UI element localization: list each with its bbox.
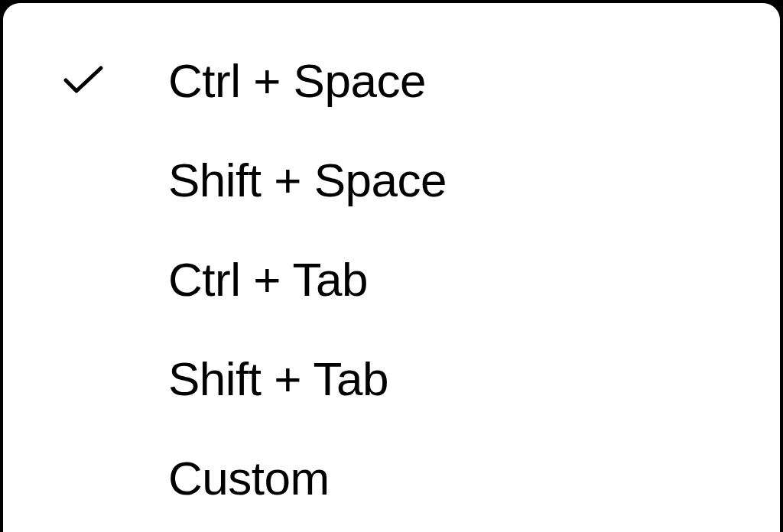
check-slot <box>63 229 168 329</box>
check-slot <box>63 31 168 130</box>
menu-item-custom[interactable]: Custom <box>3 428 780 527</box>
check-slot <box>63 130 168 229</box>
check-slot <box>63 428 168 527</box>
menu-item-label: Shift + Tab <box>168 352 388 406</box>
menu-item-shift-space[interactable]: Shift + Space <box>3 130 780 229</box>
menu-item-label: Shift + Space <box>168 153 447 207</box>
checkmark-icon <box>63 65 104 96</box>
menu-item-label: Ctrl + Space <box>168 54 426 108</box>
menu-item-shift-tab[interactable]: Shift + Tab <box>3 329 780 428</box>
hotkey-selection-menu: Ctrl + Space Shift + Space Ctrl + Tab Sh… <box>3 3 780 532</box>
menu-item-label: Ctrl + Tab <box>168 252 368 307</box>
menu-item-label: Custom <box>168 451 330 505</box>
menu-item-ctrl-space[interactable]: Ctrl + Space <box>3 31 780 130</box>
check-slot <box>63 329 168 428</box>
menu-item-ctrl-tab[interactable]: Ctrl + Tab <box>3 229 780 329</box>
